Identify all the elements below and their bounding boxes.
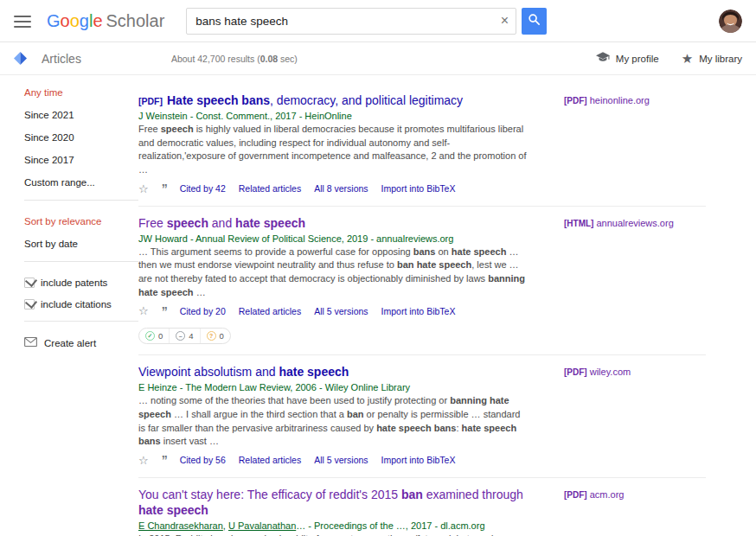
results-stats: About 42,700 results (0.08 sec) (171, 54, 298, 64)
filter-custom-range[interactable]: Custom range... (24, 177, 138, 188)
search-input[interactable] (187, 15, 493, 28)
my-profile-label: My profile (616, 54, 659, 64)
import-bibtex-link[interactable]: Import into BibTeX (381, 455, 456, 465)
include-citations-label: include citations (41, 299, 112, 309)
search-result: [PDF]Hate speech bans, democracy, and po… (138, 84, 706, 207)
user-avatar[interactable] (719, 10, 742, 33)
filter-since-2017[interactable]: Since 2017 (24, 155, 138, 165)
cited-by-link[interactable]: Cited by 20 (180, 306, 226, 316)
mentioning-citations-icon: – (176, 331, 185, 341)
result-title: Free speech and hate speech (138, 215, 529, 231)
sort-by-date[interactable]: Sort by date (24, 239, 138, 249)
search-button[interactable] (522, 8, 547, 35)
related-articles-link[interactable]: Related articles (239, 455, 301, 465)
fulltext-link[interactable]: [PDF] acm.org (564, 489, 624, 500)
my-profile-link[interactable]: My profile (596, 52, 659, 65)
result-actions: ☆ ” Cited by 56 Related articles All 5 v… (138, 454, 529, 467)
envelope-icon (24, 337, 37, 348)
filters-sidebar: Any time Since 2021 Since 2020 Since 201… (14, 75, 138, 536)
related-articles-link[interactable]: Related articles (239, 306, 301, 316)
filter-since-2021[interactable]: Since 2021 (24, 110, 138, 120)
all-versions-link[interactable]: All 8 versions (314, 183, 368, 194)
result-snippet: … noting some of the theories that have … (138, 394, 529, 448)
import-bibtex-link[interactable]: Import into BibTeX (381, 306, 456, 316)
contrasting-count: 0 (220, 331, 224, 341)
star-icon: ★ (682, 54, 693, 63)
result-actions: ☆ ” Cited by 42 Related articles All 8 v… (138, 182, 529, 195)
magnifier-icon (528, 13, 541, 29)
supporting-citations-icon: ✓ (145, 331, 155, 341)
search-result: You can't stay here: The efficacy of red… (138, 478, 706, 536)
fulltext-link[interactable]: [HTML] annualreviews.org (564, 218, 674, 228)
checkbox-icon (24, 278, 35, 288)
scholar-wordmark: Scholar (106, 11, 165, 30)
cite-quote-icon[interactable]: ” (162, 456, 167, 463)
divider (24, 321, 138, 322)
result-snippet: In 2015, Reddit closed several subreddit… (138, 533, 529, 536)
include-patents-label: include patents (41, 278, 107, 288)
checkbox-icon (24, 299, 35, 309)
include-patents-checkbox[interactable]: include patents (24, 278, 138, 288)
include-citations-checkbox[interactable]: include citations (24, 299, 138, 309)
save-star-icon[interactable]: ☆ (138, 182, 149, 195)
result-title-link[interactable]: You can't stay here: The efficacy of red… (138, 488, 523, 517)
fulltext-link[interactable]: [PDF] heinonline.org (564, 95, 650, 105)
result-title-link[interactable]: [PDF]Hate speech bans, democracy, and po… (138, 93, 463, 107)
fulltext-link-col: [PDF] wiley.com (564, 364, 706, 467)
result-snippet: Free speech is highly valued in liberal … (138, 123, 529, 176)
articles-diamond-icon[interactable] (14, 52, 27, 65)
create-alert-button[interactable]: Create alert (24, 337, 138, 348)
cited-by-link[interactable]: Cited by 42 (180, 183, 226, 194)
graduation-cap-icon (596, 52, 610, 65)
cite-quote-icon[interactable]: ” (162, 185, 167, 192)
result-title-link[interactable]: Viewpoint absolutism and hate speech (138, 365, 349, 379)
results-header-bar: Articles About 42,700 results (0.08 sec)… (0, 42, 756, 75)
sort-by-relevance[interactable]: Sort by relevance (24, 216, 138, 227)
search-box: × (186, 8, 516, 35)
import-bibtex-link[interactable]: Import into BibTeX (381, 183, 456, 194)
result-title: Viewpoint absolutism and hate speech (138, 364, 529, 380)
result-actions: ☆ ” Cited by 20 Related articles All 5 v… (138, 304, 529, 317)
filter-any-time[interactable]: Any time (24, 87, 138, 98)
result-title: [PDF]Hate speech bans, democracy, and po… (138, 93, 529, 108)
scholar-logo[interactable]: GoogleScholar (47, 11, 164, 31)
results-list: [PDF]Hate speech bans, democracy, and po… (138, 75, 706, 536)
mentioning-count: 4 (189, 331, 193, 341)
related-articles-link[interactable]: Related articles (239, 183, 301, 194)
articles-label[interactable]: Articles (42, 52, 81, 66)
google-wordmark: Google (47, 11, 103, 30)
clear-search-icon[interactable]: × (493, 13, 516, 29)
filter-since-2020[interactable]: Since 2020 (24, 132, 138, 143)
scite-badge[interactable]: ✓0 –4 ?0 (138, 328, 231, 344)
divider (24, 200, 138, 201)
top-bar: GoogleScholar × (0, 0, 756, 42)
fulltext-link-col: [PDF] heinonline.org (564, 93, 706, 195)
cited-by-link[interactable]: Cited by 56 (180, 455, 226, 465)
menu-icon[interactable] (14, 16, 31, 28)
fulltext-link-col: [PDF] acm.org (564, 487, 706, 536)
result-authors: E Heinze - The Modern Law Review, 2006 -… (138, 382, 529, 392)
result-authors: JW Howard - Annual Review of Political S… (138, 233, 529, 244)
search-result: Free speech and hate speech JW Howard - … (138, 207, 706, 356)
result-title: You can't stay here: The efficacy of red… (138, 487, 529, 518)
contrasting-citations-icon: ? (207, 331, 216, 341)
supporting-count: 0 (158, 331, 163, 341)
all-versions-link[interactable]: All 5 versions (314, 306, 368, 316)
save-star-icon[interactable]: ☆ (138, 454, 149, 467)
all-versions-link[interactable]: All 5 versions (314, 455, 368, 465)
divider (24, 261, 138, 262)
pdf-tag: [PDF] (138, 96, 163, 106)
fulltext-link[interactable]: [PDF] wiley.com (564, 367, 631, 377)
my-library-link[interactable]: ★ My library (682, 54, 742, 64)
fulltext-link-col: [HTML] annualreviews.org (564, 215, 706, 345)
search-result: Viewpoint absolutism and hate speech E H… (138, 355, 706, 478)
result-snippet: … This argument seems to provide a power… (138, 246, 529, 299)
cite-quote-icon[interactable]: ” (162, 308, 167, 315)
result-title-link[interactable]: Free speech and hate speech (138, 216, 305, 230)
create-alert-label: Create alert (44, 338, 96, 348)
save-star-icon[interactable]: ☆ (138, 304, 149, 317)
result-authors[interactable]: E Chandrasekharan, U Pavalanathan… - Pro… (138, 520, 529, 531)
result-authors: J Weinstein - Const. Comment., 2017 - He… (138, 111, 529, 121)
my-library-label: My library (699, 54, 742, 64)
